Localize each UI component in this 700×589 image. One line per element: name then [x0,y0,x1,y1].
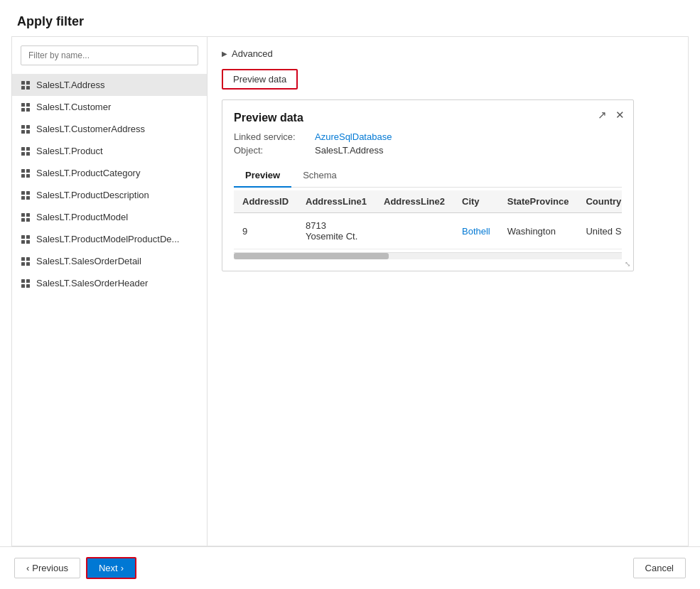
svg-rect-20 [21,191,25,195]
table-item-label: SalesLT.ProductModelProductDe... [36,234,179,244]
svg-rect-35 [26,262,30,266]
table-item-label: SalesLT.ProductDescription [36,190,149,200]
preview-card: ↗ ✕ Preview data Linked service: AzureSq… [222,99,634,271]
table-item-label: SalesLT.Customer [36,102,111,112]
preview-data-table: AddressIDAddressLine1AddressLine2CitySta… [234,190,622,249]
svg-rect-23 [26,196,30,200]
advanced-row[interactable]: ▶ Advanced [222,48,674,59]
column-header: City [453,190,499,213]
svg-rect-38 [21,284,25,288]
table-list-item[interactable]: SalesLT.ProductModelProductDe... [12,228,207,250]
svg-rect-34 [21,262,25,266]
footer-left: ‹ Previous Next › [14,557,136,579]
table-list-item[interactable]: SalesLT.ProductDescription [12,184,207,206]
svg-rect-19 [26,174,30,178]
table-cell: Bothell [453,213,499,249]
table-grid-icon [21,212,31,222]
svg-rect-30 [21,240,25,244]
svg-rect-10 [21,130,25,134]
search-wrapper [12,45,207,74]
previous-button[interactable]: ‹ Previous [14,558,80,578]
footer: ‹ Previous Next › Cancel [0,546,700,589]
svg-rect-17 [26,169,30,173]
close-icon[interactable]: ✕ [614,107,626,123]
svg-rect-29 [26,235,30,239]
right-panel: ▶ Advanced Preview data ↗ ✕ Preview data… [208,37,688,546]
svg-rect-28 [21,235,25,239]
table-grid-icon [21,146,31,156]
card-toolbar: ↗ ✕ [596,107,626,123]
svg-rect-6 [21,108,25,112]
table-list-item[interactable]: SalesLT.CustomerAddress [12,118,207,140]
svg-rect-25 [26,213,30,217]
next-label: Next [99,563,118,573]
table-list-item[interactable]: SalesLT.SalesOrderDetail [12,250,207,272]
table-grid-icon [21,234,31,244]
table-cell: 9 [234,213,297,249]
object-value: SalesLT.Address [315,145,384,156]
svg-rect-18 [21,174,25,178]
svg-rect-32 [21,257,25,261]
tabs-row: PreviewSchema [234,164,622,188]
table-row: 98713 Yosemite Ct.BothellWashingtonUnite… [234,213,622,249]
table-list: SalesLT.Address SalesLT.Customer SalesLT… [12,74,207,537]
svg-rect-14 [21,152,25,156]
table-grid-icon [21,80,31,90]
data-table-wrapper: AddressIDAddressLine1AddressLine2CitySta… [234,190,622,249]
table-list-item[interactable]: SalesLT.ProductCategory [12,162,207,184]
table-grid-icon [21,102,31,112]
left-panel: SalesLT.Address SalesLT.Customer SalesLT… [12,37,208,546]
search-input[interactable] [21,45,198,65]
linked-service-label: Linked service: [234,131,312,142]
column-header: AddressID [234,190,297,213]
preview-data-button[interactable]: Preview data [222,69,298,90]
svg-rect-13 [26,147,30,151]
advanced-label: Advanced [232,48,273,59]
footer-right: Cancel [633,558,686,578]
svg-rect-33 [26,257,30,261]
svg-rect-3 [26,86,30,90]
table-item-label: SalesLT.SalesOrderHeader [36,278,148,288]
table-item-label: SalesLT.Address [36,80,105,90]
table-list-item[interactable]: SalesLT.Product [12,140,207,162]
horizontal-scrollbar[interactable] [234,252,622,259]
cancel-button[interactable]: Cancel [633,558,686,578]
table-item-label: SalesLT.ProductCategory [36,168,140,178]
svg-rect-1 [26,81,30,85]
table-list-item[interactable]: SalesLT.Address [12,74,207,96]
svg-rect-15 [26,152,30,156]
svg-rect-31 [26,240,30,244]
linked-service-value: AzureSqlDatabase [315,131,392,142]
table-grid-icon [21,190,31,200]
table-cell: Washington [499,213,578,249]
table-grid-icon [21,279,31,288]
table-list-item[interactable]: SalesLT.Customer [12,96,207,118]
column-header: CountryReg [577,190,622,213]
object-row: Object: SalesLT.Address [234,145,622,156]
svg-rect-27 [26,218,30,222]
table-item-label: SalesLT.Product [36,146,103,156]
table-cell: 8713 Yosemite Ct. [297,213,375,249]
svg-rect-0 [21,81,25,85]
tab-preview[interactable]: Preview [234,164,291,188]
column-header: StateProvince [499,190,578,213]
table-item-label: SalesLT.ProductModel [36,212,128,222]
svg-rect-2 [21,86,25,90]
resize-handle-icon[interactable]: ⤡ [625,260,630,268]
svg-rect-37 [26,279,30,283]
table-item-label: SalesLT.CustomerAddress [36,124,145,134]
table-list-item[interactable]: SalesLT.SalesOrderHeader [12,272,207,294]
previous-label: Previous [32,563,68,573]
next-button[interactable]: Next › [86,557,136,579]
column-header: AddressLine1 [297,190,375,213]
expand-icon[interactable]: ↗ [596,107,608,123]
tab-schema[interactable]: Schema [291,164,348,188]
linked-service-row: Linked service: AzureSqlDatabase [234,131,622,142]
svg-rect-21 [26,191,30,195]
svg-rect-8 [21,125,25,129]
svg-rect-16 [21,169,25,173]
svg-rect-24 [21,213,25,217]
table-list-item[interactable]: SalesLT.ProductModel [12,206,207,228]
svg-rect-11 [26,130,30,134]
svg-rect-36 [21,279,25,283]
